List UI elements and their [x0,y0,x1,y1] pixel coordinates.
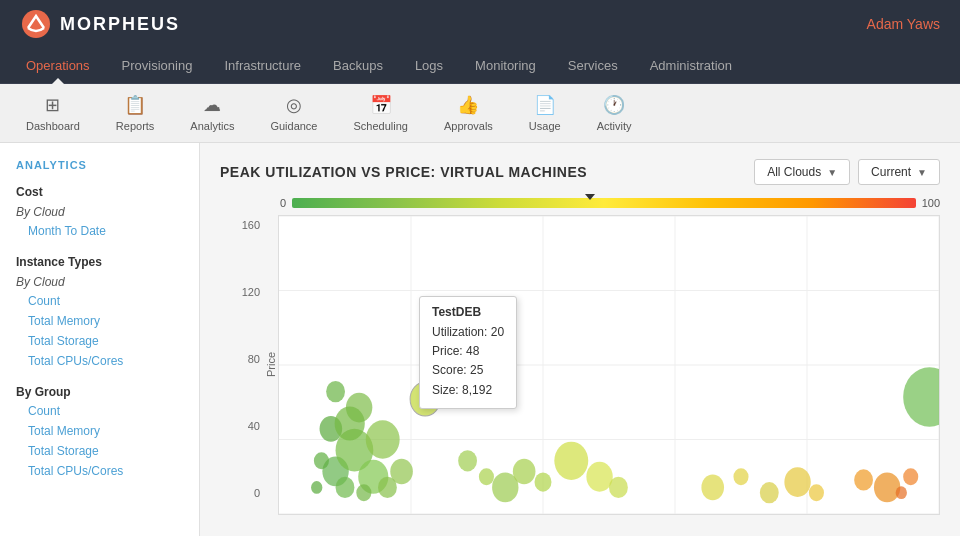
morpheus-logo-icon [20,8,52,40]
nav-item-administration[interactable]: Administration [634,48,748,83]
sub-nav-approvals[interactable]: 👍 Approvals [428,88,509,138]
y-tick-160: 160 [242,219,260,231]
nav-item-infrastructure[interactable]: Infrastructure [208,48,317,83]
svg-point-17 [366,420,400,458]
sub-nav-analytics[interactable]: ☁ Analytics [174,88,250,138]
sidebar-instance-types-label: Instance Types [0,249,199,271]
svg-point-16 [314,452,329,469]
sub-nav-activity[interactable]: 🕐 Activity [581,88,648,138]
svg-point-30 [535,472,552,491]
svg-point-39 [854,469,873,490]
scatter-chart [279,216,939,514]
svg-point-34 [701,475,724,501]
sidebar-group-total-storage[interactable]: Total Storage [0,441,199,461]
activity-icon: 🕐 [603,94,625,116]
nav-item-backups[interactable]: Backups [317,48,399,83]
color-bar-marker [585,194,595,200]
chart-container: 160 120 80 40 0 Price [220,215,940,515]
sub-nav-scheduling[interactable]: 📅 Scheduling [337,88,423,138]
sidebar-group-count[interactable]: Count [0,401,199,421]
sidebar-instance-total-memory[interactable]: Total Memory [0,311,199,331]
sub-nav-analytics-label: Analytics [190,120,234,132]
nav-item-operations[interactable]: Operations [10,48,106,83]
content-area: ANALYTICS Cost By Cloud Month To Date In… [0,143,960,536]
svg-point-19 [326,381,345,402]
sub-nav-usage[interactable]: 📄 Usage [513,88,577,138]
svg-point-37 [784,467,810,497]
svg-point-31 [554,442,588,480]
time-dropdown-chevron: ▼ [917,167,927,178]
sidebar-cost-label: Cost [0,179,199,201]
sub-nav-scheduling-label: Scheduling [353,120,407,132]
color-bar-start: 0 [280,197,286,209]
svg-point-38 [809,484,824,501]
sub-nav-guidance[interactable]: ◎ Guidance [254,88,333,138]
sub-nav-reports-label: Reports [116,120,155,132]
y-tick-120: 120 [242,286,260,298]
sidebar-instance-count[interactable]: Count [0,291,199,311]
time-dropdown[interactable]: Current ▼ [858,159,940,185]
logo-text: MORPHEUS [60,14,180,35]
svg-point-36 [760,482,779,503]
sidebar-instance-by-cloud: By Cloud [0,271,199,291]
sub-nav: ⊞ Dashboard 📋 Reports ☁ Analytics ◎ Guid… [0,84,960,143]
chart-controls: All Clouds ▼ Current ▼ [754,159,940,185]
svg-point-20 [311,481,322,494]
sub-nav-dashboard[interactable]: ⊞ Dashboard [10,88,96,138]
sub-nav-activity-label: Activity [597,120,632,132]
color-bar [292,198,916,208]
sub-nav-usage-label: Usage [529,120,561,132]
cloud-dropdown[interactable]: All Clouds ▼ [754,159,850,185]
approvals-icon: 👍 [457,94,479,116]
y-tick-40: 40 [248,420,260,432]
scheduling-icon: 📅 [370,94,392,116]
sub-nav-reports[interactable]: 📋 Reports [100,88,171,138]
y-tick-80: 80 [248,353,260,365]
chart-inner: TestDEB Utilization: 20 Price: 48 Score:… [278,215,940,515]
y-axis: 160 120 80 40 0 [220,215,264,515]
main-nav: Operations Provisioning Infrastructure B… [0,48,960,84]
logo-area: MORPHEUS [20,8,180,40]
svg-point-41 [903,468,918,485]
user-name: Adam Yaws [867,16,940,32]
chart-title: PEAK UTILIZATION VS PRICE: VIRTUAL MACHI… [220,164,587,180]
time-dropdown-label: Current [871,165,911,179]
analytics-icon: ☁ [203,94,221,116]
cloud-dropdown-label: All Clouds [767,165,821,179]
svg-point-40 [874,472,900,502]
color-bar-end: 100 [922,197,940,209]
svg-point-26 [458,450,477,471]
dashboard-icon: ⊞ [45,94,60,116]
svg-point-27 [479,468,494,485]
svg-point-24 [378,477,397,498]
sub-nav-guidance-label: Guidance [270,120,317,132]
svg-point-35 [733,468,748,485]
nav-item-monitoring[interactable]: Monitoring [459,48,552,83]
color-bar-wrap: 0 100 [220,197,940,209]
sub-nav-dashboard-label: Dashboard [26,120,80,132]
sidebar-instance-total-storage[interactable]: Total Storage [0,331,199,351]
sidebar-by-group-label: By Group [0,379,199,401]
nav-item-services[interactable]: Services [552,48,634,83]
svg-point-15 [336,477,355,498]
svg-point-25 [410,382,440,416]
nav-item-logs[interactable]: Logs [399,48,459,83]
svg-point-23 [335,407,365,441]
svg-point-43 [903,367,939,427]
svg-point-32 [586,462,612,492]
sidebar-group-total-cpus[interactable]: Total CPUs/Cores [0,461,199,481]
nav-item-provisioning[interactable]: Provisioning [106,48,209,83]
sidebar-month-to-date[interactable]: Month To Date [0,221,199,241]
svg-point-33 [609,477,628,498]
sidebar-title: ANALYTICS [0,159,199,179]
y-tick-0: 0 [254,487,260,499]
reports-icon: 📋 [124,94,146,116]
guidance-icon: ◎ [286,94,302,116]
top-bar: MORPHEUS Adam Yaws [0,0,960,48]
sidebar-group-total-memory[interactable]: Total Memory [0,421,199,441]
sidebar-instance-total-cpus[interactable]: Total CPUs/Cores [0,351,199,371]
y-axis-label-wrap: Price [264,215,278,515]
svg-point-29 [513,459,536,485]
sub-nav-approvals-label: Approvals [444,120,493,132]
usage-icon: 📄 [534,94,556,116]
